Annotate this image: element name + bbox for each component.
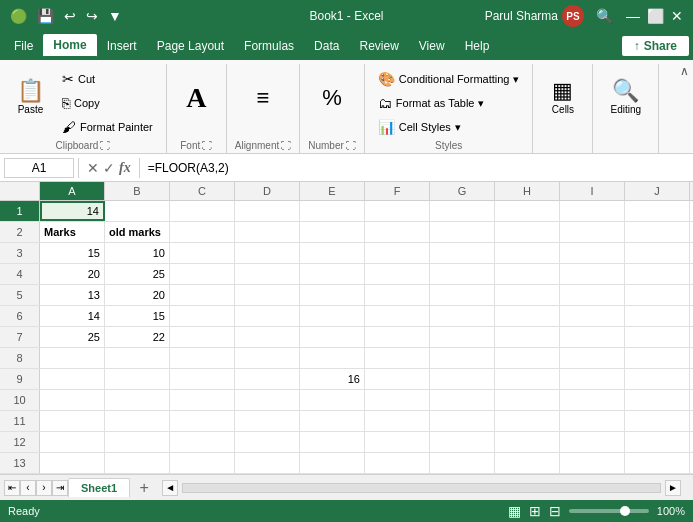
cell-J4[interactable] — [625, 264, 690, 284]
ribbon-collapse-icon[interactable]: ∧ — [680, 64, 689, 78]
search-icon[interactable]: 🔍 — [590, 8, 619, 24]
cell-A8[interactable] — [40, 348, 105, 368]
cell-E3[interactable] — [300, 243, 365, 263]
zoom-slider[interactable] — [569, 509, 649, 513]
cell-G6[interactable] — [430, 306, 495, 326]
cell-E9[interactable]: 16 — [300, 369, 365, 389]
cell-D5[interactable] — [235, 285, 300, 305]
cell-H2[interactable] — [495, 222, 560, 242]
formula-input[interactable] — [144, 161, 689, 175]
cell-F1[interactable] — [365, 201, 430, 221]
sheet-tab-sheet1[interactable]: Sheet1 — [68, 478, 130, 497]
cell-B2[interactable]: old marks — [105, 222, 170, 242]
menu-page-layout[interactable]: Page Layout — [147, 35, 234, 57]
minimize-button[interactable]: — — [625, 8, 641, 24]
cell-G3[interactable] — [430, 243, 495, 263]
page-break-view-icon[interactable]: ⊟ — [549, 503, 561, 519]
cell-E12[interactable] — [300, 432, 365, 452]
sheet-scroll-prev[interactable]: ‹ — [20, 480, 36, 496]
cell-D2[interactable] — [235, 222, 300, 242]
cell-H1[interactable] — [495, 201, 560, 221]
cell-H3[interactable] — [495, 243, 560, 263]
cell-H5[interactable] — [495, 285, 560, 305]
cell-C13[interactable] — [170, 453, 235, 473]
cell-H8[interactable] — [495, 348, 560, 368]
cell-E8[interactable] — [300, 348, 365, 368]
cell-I9[interactable] — [560, 369, 625, 389]
cell-J13[interactable] — [625, 453, 690, 473]
cell-A4[interactable]: 20 — [40, 264, 105, 284]
save-icon[interactable]: 💾 — [35, 6, 56, 26]
cell-I1[interactable] — [560, 201, 625, 221]
font-expand-icon[interactable]: ⛶ — [202, 140, 212, 151]
cell-C6[interactable] — [170, 306, 235, 326]
cell-C10[interactable] — [170, 390, 235, 410]
cell-E5[interactable] — [300, 285, 365, 305]
horizontal-scrollbar[interactable] — [182, 483, 661, 493]
cell-E10[interactable] — [300, 390, 365, 410]
cell-I12[interactable] — [560, 432, 625, 452]
cell-I2[interactable] — [560, 222, 625, 242]
col-header-C[interactable]: C — [170, 182, 235, 200]
cell-G7[interactable] — [430, 327, 495, 347]
cell-D11[interactable] — [235, 411, 300, 431]
cell-G10[interactable] — [430, 390, 495, 410]
close-button[interactable]: ✕ — [669, 8, 685, 24]
cell-B10[interactable] — [105, 390, 170, 410]
cell-styles-button[interactable]: 📊 Cell Styles ▾ — [373, 116, 525, 138]
cell-A3[interactable]: 15 — [40, 243, 105, 263]
cell-I11[interactable] — [560, 411, 625, 431]
cell-F5[interactable] — [365, 285, 430, 305]
copy-button[interactable]: ⎘ Copy — [57, 92, 158, 114]
cell-I7[interactable] — [560, 327, 625, 347]
cell-F9[interactable] — [365, 369, 430, 389]
cell-C5[interactable] — [170, 285, 235, 305]
cell-C2[interactable] — [170, 222, 235, 242]
cell-E2[interactable] — [300, 222, 365, 242]
cut-button[interactable]: ✂ Cut — [57, 68, 158, 90]
cell-B6[interactable]: 15 — [105, 306, 170, 326]
cell-H7[interactable] — [495, 327, 560, 347]
cell-B1[interactable] — [105, 201, 170, 221]
editing-button[interactable]: 🔍 Editing — [601, 68, 650, 128]
menu-home[interactable]: Home — [43, 34, 96, 58]
qat-dropdown-icon[interactable]: ▼ — [106, 6, 124, 26]
cell-I3[interactable] — [560, 243, 625, 263]
share-button[interactable]: ↑ Share — [622, 36, 689, 56]
cell-D8[interactable] — [235, 348, 300, 368]
cell-I6[interactable] — [560, 306, 625, 326]
cell-J1[interactable] — [625, 201, 690, 221]
col-header-G[interactable]: G — [430, 182, 495, 200]
font-button[interactable]: A — [176, 68, 216, 128]
cell-reference-box[interactable] — [4, 158, 74, 178]
cell-E7[interactable] — [300, 327, 365, 347]
menu-formulas[interactable]: Formulas — [234, 35, 304, 57]
cell-J11[interactable] — [625, 411, 690, 431]
col-header-H[interactable]: H — [495, 182, 560, 200]
cell-A7[interactable]: 25 — [40, 327, 105, 347]
maximize-button[interactable]: ⬜ — [647, 8, 663, 24]
cell-B13[interactable] — [105, 453, 170, 473]
cell-B11[interactable] — [105, 411, 170, 431]
cell-A9[interactable] — [40, 369, 105, 389]
cell-F3[interactable] — [365, 243, 430, 263]
conditional-formatting-button[interactable]: 🎨 Conditional Formatting ▾ — [373, 68, 525, 90]
cell-C3[interactable] — [170, 243, 235, 263]
cell-D4[interactable] — [235, 264, 300, 284]
cell-C11[interactable] — [170, 411, 235, 431]
cell-C7[interactable] — [170, 327, 235, 347]
cell-D3[interactable] — [235, 243, 300, 263]
cell-B4[interactable]: 25 — [105, 264, 170, 284]
cell-J7[interactable] — [625, 327, 690, 347]
sheet-scroll-next[interactable]: › — [36, 480, 52, 496]
cell-E6[interactable] — [300, 306, 365, 326]
cell-G2[interactable] — [430, 222, 495, 242]
cell-G8[interactable] — [430, 348, 495, 368]
sheet-scroll-first[interactable]: ⇤ — [4, 480, 20, 496]
cell-F10[interactable] — [365, 390, 430, 410]
cell-B5[interactable]: 20 — [105, 285, 170, 305]
cell-A11[interactable] — [40, 411, 105, 431]
page-layout-view-icon[interactable]: ⊞ — [529, 503, 541, 519]
alignment-expand-icon[interactable]: ⛶ — [281, 140, 291, 151]
cell-H13[interactable] — [495, 453, 560, 473]
